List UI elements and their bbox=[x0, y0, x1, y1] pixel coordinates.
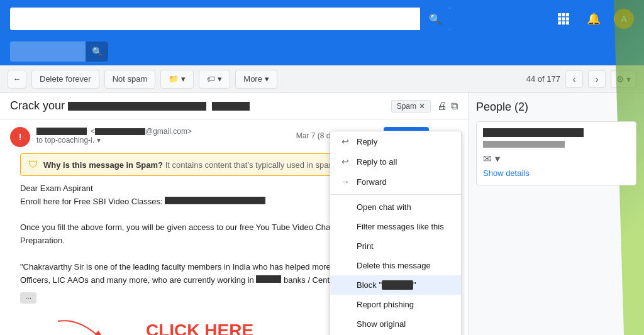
subject-redacted2 bbox=[212, 102, 250, 111]
next-icon: › bbox=[596, 74, 599, 84]
reply-menu-icon: ↩ bbox=[340, 136, 350, 146]
show-details-button[interactable]: Show details bbox=[483, 168, 530, 178]
delete-forever-label: Delete forever bbox=[40, 74, 91, 84]
more-person-icon[interactable]: ▾ bbox=[495, 153, 500, 165]
forward-menu-label: Forward bbox=[357, 177, 387, 187]
people-header: People (2) bbox=[476, 101, 636, 114]
show-original-label: Show original bbox=[357, 319, 406, 329]
toolbar: ← Delete forever Not spam 📁 ▾ 🏷 ▾ More ▾… bbox=[0, 65, 644, 93]
page-count: 44 of 177 bbox=[526, 74, 560, 84]
svg-rect-2 bbox=[566, 13, 569, 16]
filter-label: Filter messages like this bbox=[357, 222, 444, 231]
people-card: ✉ ▾ Show details bbox=[476, 121, 636, 185]
spam-shield-icon: 🛡 bbox=[28, 159, 38, 170]
dropdown-item-block[interactable]: Block "nani rani" bbox=[330, 275, 461, 295]
bell-icon[interactable]: 🔔 bbox=[584, 9, 604, 29]
svg-rect-4 bbox=[562, 18, 565, 21]
back-icon: ← bbox=[13, 74, 21, 84]
spam-label: Spam bbox=[397, 102, 416, 111]
sender-name: <@gmail.com> bbox=[36, 127, 290, 136]
search-bar: 🔍 bbox=[10, 8, 450, 30]
sender-avatar: ! bbox=[10, 127, 30, 147]
right-sidebar: People (2) ✉ ▾ Show details bbox=[468, 93, 644, 335]
reply-all-menu-label: Reply to all bbox=[357, 157, 397, 167]
click-here-text: CLICK HERE bbox=[146, 317, 253, 335]
reply-all-menu-icon: ↩ bbox=[340, 157, 350, 167]
sub-header: 🔍 bbox=[0, 38, 644, 65]
to-row: to top-coaching-i. ▾ bbox=[36, 136, 290, 145]
sender-name-redacted bbox=[36, 128, 87, 135]
dropdown-item-show-original[interactable]: Show original bbox=[330, 314, 461, 334]
open-chat-label: Open chat with bbox=[357, 202, 411, 212]
svg-rect-6 bbox=[558, 21, 561, 25]
dropdown-item-filter[interactable]: Filter messages like this bbox=[330, 217, 461, 236]
back-button[interactable]: ← bbox=[8, 70, 26, 89]
dropdown-item-reply[interactable]: ↩ Reply bbox=[330, 131, 461, 151]
svg-rect-5 bbox=[566, 18, 569, 21]
dropdown-item-reply-all[interactable]: ↩ Reply to all bbox=[330, 151, 461, 172]
prev-button[interactable]: ‹ bbox=[565, 70, 583, 88]
search-icon: 🔍 bbox=[429, 13, 441, 25]
person-name-redacted bbox=[483, 128, 584, 137]
dropdown-menu: ↩ Reply ↩ Reply to all → Forward Open ch… bbox=[330, 131, 462, 335]
sender-info: <@gmail.com> to top-coaching-i. ▾ bbox=[36, 127, 290, 145]
delete-forever-button[interactable]: Delete forever bbox=[31, 70, 99, 89]
svg-rect-8 bbox=[566, 21, 569, 25]
spam-close-icon[interactable]: ✕ bbox=[419, 102, 425, 111]
svg-rect-0 bbox=[558, 13, 561, 16]
email-icons: 🖨 ⧉ bbox=[437, 101, 458, 112]
dropdown-item-report-phishing[interactable]: Report phishing bbox=[330, 295, 461, 314]
to-dropdown-icon[interactable]: ▾ bbox=[97, 136, 101, 145]
svg-rect-3 bbox=[558, 18, 561, 21]
main-layout: Crack your Spam ✕ 🖨 ⧉ ! <@gmail.com> bbox=[0, 93, 644, 335]
arrow-svg bbox=[52, 315, 108, 335]
dropdown-item-delete[interactable]: Delete this message bbox=[330, 256, 461, 275]
open-window-icon[interactable]: ⧉ bbox=[451, 101, 458, 112]
search-button[interactable]: 🔍 bbox=[420, 8, 450, 30]
email-subject-bar: Crack your Spam ✕ 🖨 ⧉ bbox=[0, 93, 468, 119]
more-label: More bbox=[243, 74, 262, 84]
label-button[interactable]: 🏷 ▾ bbox=[199, 70, 230, 89]
svg-rect-7 bbox=[562, 21, 565, 25]
sender-email: <@gmail.com> bbox=[91, 127, 192, 136]
next-button[interactable]: › bbox=[588, 70, 606, 88]
print-icon[interactable]: 🖨 bbox=[437, 101, 447, 112]
reply-menu-label: Reply bbox=[357, 137, 377, 146]
email-person-icon[interactable]: ✉ bbox=[483, 153, 491, 165]
person-email-redacted bbox=[483, 141, 565, 148]
subject-redacted bbox=[68, 102, 206, 111]
dropdown-divider-1 bbox=[330, 194, 461, 195]
delete-label: Delete this message bbox=[357, 261, 431, 270]
print-label: Print bbox=[357, 241, 374, 251]
sub-search: 🔍 bbox=[10, 41, 108, 62]
email-subject: Crack your bbox=[10, 99, 385, 113]
dropdown-item-forward[interactable]: → Forward bbox=[330, 172, 461, 192]
label-icon: 🏷 bbox=[207, 74, 215, 84]
body-link-redacted bbox=[165, 197, 265, 204]
spam-warning-title: Why is this message in Spam? bbox=[43, 160, 163, 170]
move-button[interactable]: 📁 ▾ bbox=[160, 70, 194, 89]
more-button[interactable]: More ▾ bbox=[235, 70, 277, 89]
svg-rect-1 bbox=[562, 13, 565, 16]
search-input[interactable] bbox=[10, 8, 420, 30]
folder-icon: 📁 bbox=[169, 74, 179, 84]
forward-menu-icon: → bbox=[340, 177, 350, 187]
spam-badge: Spam ✕ bbox=[391, 100, 431, 113]
block-label: Block "nani rani" bbox=[357, 280, 416, 290]
dropdown-item-open-chat[interactable]: Open chat with bbox=[330, 197, 461, 217]
sub-search-button[interactable]: 🔍 bbox=[86, 41, 108, 62]
prev-icon: ‹ bbox=[573, 74, 576, 84]
sub-search-input[interactable] bbox=[10, 47, 86, 57]
gmail-header: 🔍 🔔 A bbox=[0, 0, 644, 38]
person-actions: ✉ ▾ bbox=[483, 153, 630, 165]
not-spam-button[interactable]: Not spam bbox=[104, 70, 156, 89]
report-phishing-label: Report phishing bbox=[357, 300, 414, 309]
dropdown-item-print[interactable]: Print bbox=[330, 236, 461, 256]
not-spam-label: Not spam bbox=[113, 74, 148, 84]
apps-icon[interactable] bbox=[553, 9, 574, 29]
